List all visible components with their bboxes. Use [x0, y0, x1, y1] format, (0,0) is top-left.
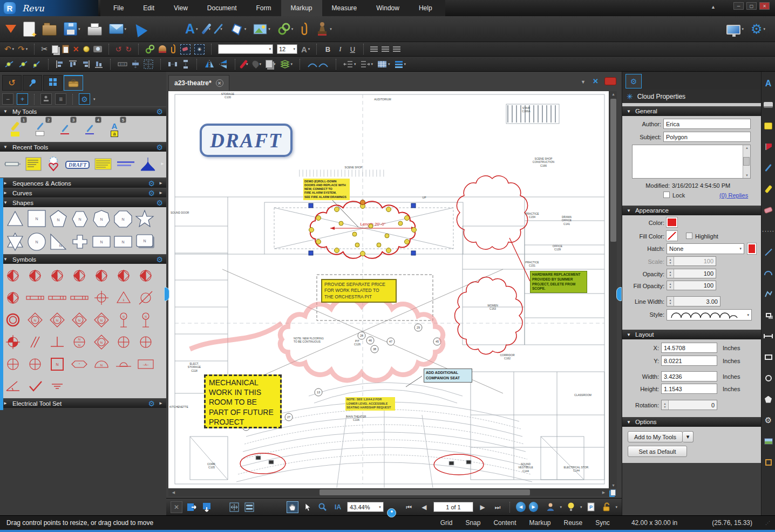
stamp-button[interactable]: ▾ [316, 22, 332, 37]
tab-properties[interactable]: ⚙ [626, 74, 642, 88]
distribute-vertical-button[interactable] [132, 59, 139, 69]
email-button[interactable]: ▾ [109, 24, 127, 34]
section-general[interactable]: ▼General [622, 106, 762, 116]
link-markup-button[interactable] [145, 44, 155, 54]
shape-triangle[interactable] [8, 212, 23, 226]
tool-text[interactable]: Aa5 [105, 118, 124, 140]
node-add-button[interactable] [4, 60, 14, 69]
fill-opacity-stepper[interactable]: ▲▼100 [667, 281, 716, 290]
scroll-down-icon[interactable]: ▼ [609, 483, 617, 487]
seat-circle-markup[interactable] [240, 453, 285, 474]
section-recent-tools[interactable]: ▼ Recent Tools ⚙ [0, 142, 166, 152]
rotate-right-button[interactable]: ↻ [125, 45, 132, 53]
gear-icon[interactable]: ⚙ [148, 400, 155, 407]
delete-button[interactable]: ✕ [73, 45, 79, 53]
author-stamp-button[interactable] [159, 45, 166, 53]
close-button[interactable]: ✕ [759, 2, 770, 10]
toggle-reuse[interactable]: Reuse [564, 519, 583, 527]
scroll-left-icon[interactable]: ◀ [169, 490, 178, 495]
section-symbols[interactable]: ▼ Symbols ⚙ [0, 254, 166, 264]
tab-grid-view[interactable] [43, 75, 63, 91]
document-tab[interactable]: a23-theatre* ✕ [168, 75, 229, 91]
copy-button[interactable] [52, 45, 58, 53]
align-objects-right-button[interactable] [81, 60, 90, 69]
bold-button[interactable]: B [323, 45, 332, 53]
detach-tab-icon[interactable] [604, 77, 616, 85]
list-indent-button[interactable]: ▾ [343, 60, 356, 68]
attach-button[interactable] [170, 44, 176, 54]
align-objects-bottom-button[interactable] [94, 60, 103, 69]
hyperlink-button[interactable]: ▾ [277, 23, 294, 36]
space-horizontal-button[interactable] [168, 60, 178, 68]
overflow-arrow-icon[interactable]: ► [159, 190, 163, 195]
tool-pen-white[interactable]: 2 [30, 118, 50, 140]
arc-tool-icon[interactable] [763, 268, 774, 278]
next-view-button[interactable]: ▶ [529, 502, 539, 512]
overflow-arrow-icon[interactable]: ► [159, 401, 163, 406]
set-as-default-button[interactable]: Set as Default [628, 446, 687, 457]
horizontal-scrollbar[interactable]: ◀ ▶ [168, 488, 609, 496]
polygon-tool-icon[interactable] [763, 394, 774, 405]
stamp-manager-button[interactable] [40, 93, 52, 105]
draft-stamp-markup[interactable]: DRAFT [200, 124, 293, 157]
align-left-button[interactable] [370, 46, 378, 52]
highlight-checkbox[interactable] [686, 233, 692, 239]
tool-pen-blue-line[interactable]: 4 [80, 118, 99, 140]
author-filter-button[interactable] [545, 501, 556, 513]
next-page-button[interactable]: ▶ [477, 501, 488, 513]
settings-button[interactable]: ⚙▾ [751, 23, 765, 36]
recent-symbol-tool[interactable] [140, 156, 156, 173]
shape-star-5[interactable] [136, 210, 153, 227]
space-vertical-button[interactable] [182, 59, 189, 69]
recent-highlight-text-tool[interactable] [94, 158, 112, 172]
highlighter-icon[interactable] [763, 183, 774, 194]
hardware-note-markup[interactable]: HARDWARE REPLACEMENT PROVIDED BY SUMMER … [530, 271, 587, 293]
section-shapes[interactable]: ▼ Shapes ⚙ [0, 197, 166, 207]
pen-icon[interactable] [763, 162, 774, 173]
undo-button[interactable]: ↶▾ [4, 44, 14, 54]
overflow-arrow-icon[interactable]: ► [160, 161, 165, 166]
panel-settings-caret[interactable]: ▾ [93, 97, 96, 101]
select-text-button[interactable]: IA [332, 501, 344, 513]
tab-list-dropdown-icon[interactable]: ▼ [581, 79, 586, 85]
maximize-button[interactable]: ▢ [746, 2, 757, 10]
curves-button[interactable] [307, 60, 329, 69]
distribute-horizontal-button[interactable] [118, 60, 127, 69]
lock-checkbox[interactable] [663, 192, 670, 198]
flip-vertical-button[interactable] [219, 59, 228, 70]
replies-link[interactable]: (0) Replies [719, 192, 748, 199]
section-sequences[interactable]: ► Sequences & Actions ⚙ ► [0, 178, 166, 188]
zoom-tool-button[interactable] [317, 501, 329, 513]
save-button[interactable]: ▾ [64, 22, 80, 36]
last-page-button[interactable]: ⏭ [492, 501, 504, 513]
node-move-button[interactable] [32, 60, 41, 69]
page-indicator[interactable]: 1 of 1 [433, 502, 473, 512]
table-button[interactable]: ▾ [377, 60, 390, 68]
toggle-markup[interactable]: Markup [529, 519, 550, 527]
gear-icon[interactable]: ⚙ [156, 144, 163, 151]
toggle-snap[interactable]: Snap [465, 519, 480, 527]
section-appearance[interactable]: ▼Appearance [622, 206, 762, 215]
pdf-properties-button[interactable]: P [585, 501, 597, 513]
select-tool-button[interactable] [302, 501, 314, 513]
recent-measure-tool[interactable] [4, 161, 21, 169]
close-document-icon[interactable]: ✕ [593, 77, 599, 85]
snapshot-button[interactable] [93, 46, 102, 52]
gear-icon[interactable]: ⚙ [148, 189, 155, 197]
section-my-tools[interactable]: ▼ My Tools ⚙ [0, 106, 166, 116]
gear-icon[interactable]: ⚙ [156, 108, 163, 115]
page-corner-icon[interactable] [609, 488, 617, 497]
navigate-button[interactable] [133, 23, 145, 35]
cloud-tool-icon[interactable]: ⚙ [763, 415, 774, 426]
recent-draft-stamp-tool[interactable]: DRAFT [65, 161, 90, 169]
tips-button[interactable] [565, 501, 577, 513]
comment-field[interactable]: ▲ ▼ [632, 145, 751, 179]
first-page-button[interactable]: ⏮ [403, 501, 415, 513]
layers-stack-button[interactable]: ▾ [395, 60, 406, 68]
gear-icon[interactable]: ⚙ [156, 256, 163, 263]
polygon-tool-button[interactable]: ▾ [229, 22, 247, 36]
recent-double-line-tool[interactable] [117, 160, 135, 169]
author-field[interactable]: Erica [663, 119, 751, 129]
gear-icon[interactable]: ⚙ [156, 199, 163, 207]
menu-window[interactable]: Window [366, 0, 409, 16]
